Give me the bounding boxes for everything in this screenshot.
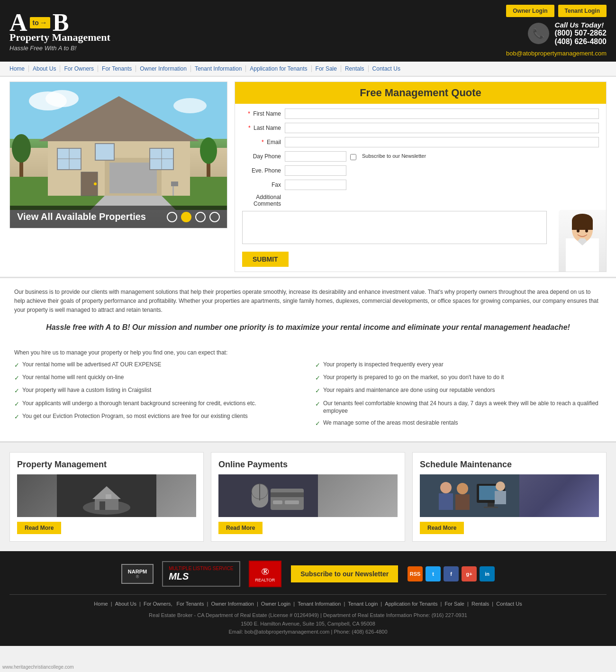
benefit-text-8: Your repairs and maintenance are done us… <box>323 386 495 394</box>
check-icon-2: ✓ <box>14 374 19 382</box>
call-us-label: Call Us Today! <box>555 21 607 29</box>
card-3-read-more[interactable]: Read More <box>420 522 464 534</box>
first-name-input[interactable] <box>285 109 599 119</box>
svg-point-53 <box>457 483 468 494</box>
footer-link-tenants[interactable]: For Tenants <box>177 601 204 607</box>
nav-for-owners[interactable]: For Owners <box>60 65 98 72</box>
mission-statement: Hassle free with A to B! Our mission and… <box>14 322 602 333</box>
svg-point-51 <box>440 482 452 493</box>
card-1-read-more[interactable]: Read More <box>17 522 61 534</box>
submit-button[interactable]: SUBMIT <box>242 252 289 267</box>
check-icon-8: ✓ <box>315 387 320 395</box>
benefit-item: ✓ Your property will have a custom listi… <box>14 386 301 395</box>
svg-rect-34 <box>95 498 118 510</box>
svg-rect-45 <box>285 500 299 504</box>
benefit-item: ✓ Your property is prepared to go on the… <box>315 373 602 382</box>
svg-point-17 <box>94 182 97 185</box>
last-name-input[interactable] <box>285 123 599 133</box>
card-schedule-maintenance: Schedule Maintenance <box>412 452 607 542</box>
required-star: * <box>248 110 250 117</box>
hero-image: View All Available Properties <box>9 82 227 228</box>
eve-phone-input[interactable] <box>285 165 346 176</box>
benefit-item: ✓ Your repairs and maintenance are done … <box>315 386 602 395</box>
footer-link-owner-login[interactable]: Owner Login <box>261 601 290 607</box>
nav-rentals[interactable]: Rentals <box>341 65 369 72</box>
facebook-icon[interactable]: f <box>444 566 459 581</box>
rss-icon[interactable]: RSS <box>408 566 423 581</box>
card-online-payments: Online Payments Read More <box>211 452 405 542</box>
check-icon-10: ✓ <box>315 419 320 428</box>
footer-link-contact[interactable]: Contact Us <box>496 601 522 607</box>
email-input[interactable] <box>285 137 599 147</box>
footer-link-rentals[interactable]: Rentals <box>471 601 489 607</box>
hero-dot-1[interactable] <box>167 212 177 222</box>
footer-link-application[interactable]: Application for Tenants <box>385 601 437 607</box>
twitter-icon[interactable]: t <box>426 566 441 581</box>
logo-to: to → <box>30 17 50 28</box>
footer-link-for-sale[interactable]: For Sale <box>444 601 464 607</box>
newsletter-label: Subscribe to our Newsletter <box>362 153 426 159</box>
tenant-login-button[interactable]: Tenant Login <box>558 5 607 17</box>
benefit-item: ✓ Your property is inspected frequently … <box>315 361 602 370</box>
hero-dot-4[interactable] <box>209 212 220 222</box>
nav-application[interactable]: Application for Tenants <box>246 65 311 72</box>
check-icon-1: ✓ <box>14 361 19 370</box>
benefit-item: ✓ We manage some of the areas most desir… <box>315 419 602 428</box>
email-row: * Email <box>242 137 599 147</box>
benefit-text-9: Our tenants feel comfortable knowing tha… <box>323 400 602 416</box>
comments-label-row: Additional Comments <box>242 194 599 207</box>
nav-contact[interactable]: Contact Us <box>369 65 404 72</box>
svg-point-2 <box>45 90 79 107</box>
footer-email-line: Email: bob@atobpropertymanagement.com | … <box>9 628 607 636</box>
fax-input[interactable] <box>285 180 346 190</box>
svg-point-21 <box>200 137 217 164</box>
footer-link-tenant-info[interactable]: Tenant Information <box>298 601 341 607</box>
svg-point-30 <box>577 229 580 233</box>
nav-about[interactable]: About Us <box>29 65 60 72</box>
contact-info: 📞 Call Us Today! (800) 507-2862 (408) 62… <box>528 21 607 46</box>
nav-tenant-info[interactable]: Tenant Information <box>191 65 246 72</box>
card-property-management: Property Management Read More <box>9 452 204 542</box>
footer-link-owner-info[interactable]: Owner Information <box>211 601 254 607</box>
day-phone-input[interactable] <box>285 151 346 162</box>
check-icon-5: ✓ <box>14 413 19 421</box>
comments-row <box>242 211 599 245</box>
nav-for-sale[interactable]: For Sale <box>312 65 341 72</box>
svg-rect-37 <box>106 494 111 499</box>
benefits-intro: When you hire us to manage your property… <box>14 349 602 356</box>
footer-link-tenant-login[interactable]: Tenant Login <box>348 601 378 607</box>
footer-link-owners[interactable]: For Owners, <box>144 601 172 607</box>
footer-address: Real Estate Broker - CA Department of Re… <box>9 611 607 636</box>
benefits-col-right: ✓ Your property is inspected frequently … <box>315 361 602 432</box>
comments-textarea[interactable] <box>242 211 547 244</box>
owner-login-button[interactable]: Owner Login <box>506 5 554 17</box>
svg-rect-36 <box>100 501 105 510</box>
svg-rect-43 <box>271 492 304 497</box>
newsletter-area: Subscribe to our Newsletter <box>350 153 426 160</box>
newsletter-checkbox[interactable] <box>350 154 356 160</box>
footer-legal: Real Estate Broker - CA Department of Re… <box>9 611 607 620</box>
social-icons: RSS t f g+ in <box>408 566 495 581</box>
card-2-read-more[interactable]: Read More <box>218 522 263 534</box>
footer-link-home[interactable]: Home <box>94 601 108 607</box>
header-email[interactable]: bob@atobpropertymanagement.com <box>506 50 607 57</box>
card-3-image <box>420 474 599 517</box>
hero-dot-2[interactable] <box>181 212 191 222</box>
linkedin-icon[interactable]: in <box>480 566 495 581</box>
card-2-image <box>218 474 398 517</box>
comments-label: Additional Comments <box>242 194 285 207</box>
nav-owner-info[interactable]: Owner Information <box>136 65 191 72</box>
check-icon-9: ✓ <box>315 400 320 409</box>
google-plus-icon[interactable]: g+ <box>462 566 477 581</box>
card-3-button-area: Read More <box>420 522 599 534</box>
newsletter-subscribe-button[interactable]: Subscribe to our Newsletter <box>291 565 398 582</box>
hero-dot-3[interactable] <box>195 212 206 222</box>
check-icon-6: ✓ <box>315 361 320 370</box>
nav-home[interactable]: Home <box>9 65 29 72</box>
footer-link-about[interactable]: About Us <box>115 601 136 607</box>
header-buttons: Owner Login Tenant Login <box>506 5 607 17</box>
check-icon-7: ✓ <box>315 374 320 382</box>
nav-for-tenants[interactable]: For Tenants <box>98 65 136 72</box>
hero-form-row: View All Available Properties Free Manag… <box>0 77 616 277</box>
form-body: * First Name * Last Name * <box>235 104 606 272</box>
